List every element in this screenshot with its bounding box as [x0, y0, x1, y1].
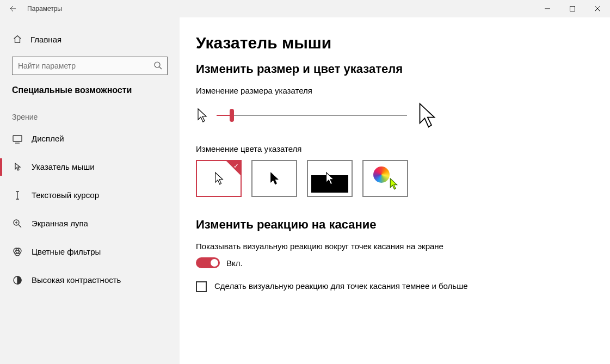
pointer-size-row	[196, 102, 594, 129]
sidebar-item-magnifier[interactable]: Экранная лупа	[0, 212, 180, 236]
rainbow-icon	[373, 166, 390, 183]
touch-feedback-toggle[interactable]	[196, 257, 220, 268]
pointer-size-label: Изменение размера указателя	[196, 86, 594, 95]
color-option-inverted[interactable]	[307, 160, 353, 197]
sidebar-item-label: Текстовый курсор	[32, 190, 99, 200]
close-icon	[595, 6, 600, 11]
category-header: Специальные возможности	[0, 85, 180, 96]
svg-line-5	[159, 67, 162, 69]
section-size-color-title: Изменить размер и цвет указателя	[196, 62, 594, 76]
touch-toggle-row: Вкл.	[196, 257, 594, 268]
color-option-white[interactable]: ✓	[196, 160, 242, 197]
check-icon: ✓	[233, 162, 239, 170]
maximize-icon	[570, 6, 575, 11]
maximize-button[interactable]	[560, 0, 585, 17]
svg-point-4	[155, 62, 160, 67]
color-option-black[interactable]	[251, 160, 297, 197]
sidebar-item-label: Высокая контрастность	[32, 275, 121, 285]
search-box	[12, 57, 168, 75]
sidebar-item-label: Цветные фильтры	[32, 247, 101, 256]
svg-rect-6	[13, 135, 22, 141]
titlebar: Параметры	[0, 0, 610, 17]
search-icon	[153, 61, 162, 71]
checkbox-label: Сделать визуальную реакцию для точек кас…	[214, 280, 468, 292]
arrow-left-icon	[8, 4, 16, 13]
section-label-vision: Зрение	[0, 113, 180, 121]
pointer-color-label: Изменение цвета указателя	[196, 144, 594, 153]
contrast-icon	[12, 275, 23, 286]
sidebar-item-text-cursor[interactable]: Текстовый курсор	[0, 183, 180, 207]
sidebar-item-label: Экранная лупа	[32, 219, 88, 228]
page-title: Указатель мыши	[196, 34, 594, 52]
touch-feedback-label: Показывать визуальную реакцию вокруг точ…	[196, 242, 594, 251]
cursor-small-icon	[196, 108, 208, 123]
darker-larger-checkbox[interactable]	[196, 281, 207, 292]
main-content: Указатель мыши Изменить размер и цвет ук…	[180, 17, 610, 364]
pointer-icon	[12, 162, 23, 172]
pointer-size-slider[interactable]	[217, 115, 407, 116]
color-option-row: ✓	[196, 160, 594, 197]
checkbox-row: Сделать визуальную реакцию для точек кас…	[196, 280, 479, 292]
sidebar-item-color-filters[interactable]: Цветные фильтры	[0, 240, 180, 264]
search-input[interactable]	[12, 57, 168, 75]
text-cursor-icon	[12, 190, 23, 201]
color-option-custom[interactable]	[362, 160, 408, 197]
svg-rect-1	[570, 7, 575, 11]
display-icon	[12, 133, 23, 144]
sidebar-home-label: Главная	[30, 35, 61, 44]
sidebar-item-label: Указатель мыши	[32, 162, 95, 171]
toggle-state-text: Вкл.	[226, 258, 243, 268]
home-icon	[12, 34, 23, 45]
magnifier-icon	[12, 218, 23, 229]
section-touch-title: Изменить реакцию на касание	[196, 218, 594, 232]
minimize-button[interactable]	[535, 0, 560, 17]
minimize-icon	[545, 6, 550, 11]
app-title: Параметры	[24, 5, 62, 13]
cursor-large-icon	[416, 102, 438, 129]
slider-thumb[interactable]	[230, 109, 234, 122]
svg-line-9	[19, 225, 21, 227]
color-filters-icon	[12, 246, 23, 257]
sidebar-item-high-contrast[interactable]: Высокая контрастность	[0, 268, 180, 292]
back-button[interactable]	[0, 0, 24, 17]
sidebar: Главная Специальные возможности Зрение Д…	[0, 17, 180, 364]
sidebar-item-label: Дисплей	[32, 134, 64, 143]
sidebar-item-display[interactable]: Дисплей	[0, 127, 180, 151]
sidebar-item-mouse-pointer[interactable]: Указатель мыши	[0, 155, 180, 179]
sidebar-home[interactable]: Главная	[0, 27, 180, 51]
close-button[interactable]	[585, 0, 610, 17]
